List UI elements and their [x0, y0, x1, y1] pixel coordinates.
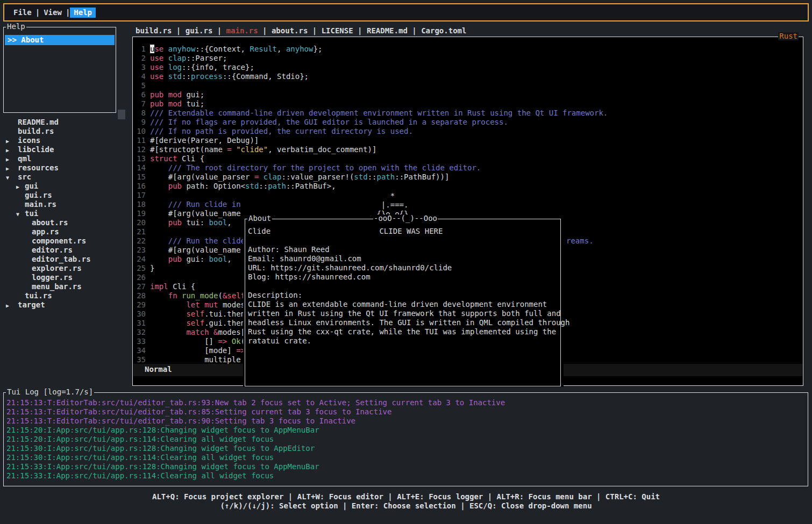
- chevron-right-icon[interactable]: ▶: [6, 155, 9, 164]
- code-line: 3use log::{info, trace};: [133, 63, 803, 72]
- chevron-right-icon[interactable]: ▶: [6, 164, 9, 173]
- line-number: 2: [135, 54, 146, 63]
- explorer-scrollbar-thumb[interactable]: [118, 110, 125, 119]
- about-dialog-title: About: [247, 214, 272, 222]
- tree-item-target[interactable]: ▶target: [0, 300, 129, 310]
- help-menu-item-about[interactable]: >> About: [5, 35, 115, 45]
- line-number: 9: [135, 118, 146, 127]
- code-line: 5: [133, 81, 803, 90]
- tree-item-gui-rs[interactable]: gui.rs: [0, 191, 129, 200]
- tree-item-label: editor.rs: [32, 246, 73, 255]
- tree-item-src[interactable]: ▼src: [0, 173, 129, 182]
- tree-item-build-rs[interactable]: build.rs: [0, 127, 129, 136]
- line-number: 30: [135, 310, 146, 319]
- tree-item-editor-rs[interactable]: editor.rs: [0, 246, 129, 255]
- tab-license[interactable]: LICENSE: [322, 26, 353, 35]
- log-entry: 21:15:20:I:App:src/tui/app.rs:128:Changi…: [6, 426, 802, 435]
- menu-file[interactable]: File: [10, 8, 35, 18]
- tab-separator: |: [308, 26, 321, 35]
- code-line: 10/// If no path is provided, the curren…: [133, 127, 803, 136]
- tree-item-qml[interactable]: ▶qml: [0, 154, 129, 163]
- tree-item-label: tui: [25, 209, 38, 218]
- tui-log-title: Tui Log [log=1.7/s]: [6, 388, 94, 396]
- tree-item-menu-bar-rs[interactable]: menu_bar.rs: [0, 282, 129, 291]
- tab-about-rs[interactable]: about.rs: [272, 26, 308, 35]
- menu-bar-items: File | View | Help: [10, 8, 96, 18]
- line-number: 18: [135, 200, 146, 209]
- hotkey-hints-line2: (↑/k)/(↓/j): Select option | Enter: Choo…: [0, 501, 812, 511]
- line-number: 21: [135, 227, 146, 236]
- tree-item-label: qml: [18, 154, 31, 163]
- tree-item-tui-rs[interactable]: tui.rs: [0, 291, 129, 300]
- menu-separator: |: [35, 8, 40, 17]
- line-number: 34: [135, 346, 146, 355]
- tree-item-editor-tab-rs[interactable]: editor_tab.rs: [0, 255, 129, 264]
- tree-item-logger-rs[interactable]: logger.rs: [0, 273, 129, 282]
- tree-item-tui[interactable]: ▼tui: [0, 209, 129, 218]
- code-line: 4use std::process::{Command, Stdio};: [133, 72, 803, 81]
- chevron-down-icon[interactable]: ▼: [6, 173, 9, 182]
- tree-item-app-rs[interactable]: app.rs: [0, 227, 129, 236]
- line-number: 23: [135, 246, 146, 255]
- tree-item-icons[interactable]: ▶icons: [0, 136, 129, 145]
- chevron-right-icon[interactable]: ▶: [16, 182, 19, 191]
- log-entry: 21:15:20:I:App:src/tui/app.rs:114:Cleari…: [6, 435, 802, 444]
- help-panel-title: Help: [6, 23, 26, 31]
- code-line: 2use clap::Parser;: [133, 54, 803, 63]
- about-text-line: Author: Shaun Reed: [248, 245, 558, 254]
- line-number: 26: [135, 273, 146, 282]
- tree-item-resources[interactable]: ▶resources: [0, 163, 129, 173]
- line-number: 3: [135, 63, 146, 72]
- tui-log-entries: 21:15:13:T:EditorTab:src/tui/editor_tab.…: [6, 398, 802, 480]
- chevron-right-icon[interactable]: ▶: [6, 137, 9, 146]
- tree-item-gui[interactable]: ▶gui: [0, 182, 129, 191]
- tab-gui-rs[interactable]: gui.rs: [186, 26, 213, 35]
- about-text-line: [248, 282, 558, 291]
- tree-item-about-rs[interactable]: about.rs: [0, 218, 129, 227]
- line-number: 10: [135, 127, 146, 136]
- tree-item-component-rs[interactable]: component.rs: [0, 236, 129, 246]
- help-dropdown-panel: Help >> About: [3, 27, 116, 113]
- tab-cargo-toml[interactable]: Cargo.toml: [421, 26, 466, 35]
- tree-item-libclide[interactable]: ▶libclide: [0, 145, 129, 154]
- line-number: 19: [135, 209, 146, 218]
- tree-item-label: gui.rs: [25, 191, 52, 200]
- ascii-border-art: -ooO--(_)--Ooo: [373, 214, 438, 222]
- app-window: File | View | Help Help >> About README.…: [0, 0, 812, 524]
- tab-build-rs[interactable]: build.rs: [136, 26, 172, 35]
- log-entry: 21:15:13:T:EditorTab:src/tui/editor_tab.…: [6, 407, 802, 417]
- tab-separator: |: [258, 26, 272, 35]
- tab-separator: |: [212, 26, 226, 35]
- tab-main-rs[interactable]: main.rs: [226, 26, 258, 35]
- line-number: 16: [135, 182, 146, 191]
- tab-separator: |: [172, 26, 185, 35]
- tree-item-label: app.rs: [32, 227, 59, 236]
- tab-separator: |: [353, 26, 367, 35]
- chevron-down-icon[interactable]: ▼: [16, 210, 19, 219]
- line-number: 28: [135, 291, 146, 300]
- hotkey-hints-line1: ALT+Q: Focus project explorer | ALT+W: F…: [0, 492, 812, 501]
- tree-item-label: editor_tab.rs: [32, 255, 91, 264]
- line-number: 22: [135, 236, 146, 246]
- line-number: 6: [135, 90, 146, 99]
- line-number: 12: [135, 145, 146, 154]
- chevron-right-icon[interactable]: ▶: [6, 146, 9, 155]
- about-text-line: [248, 236, 558, 245]
- code-line: 11#[derive(Parser, Debug)]: [133, 136, 803, 145]
- project-explorer[interactable]: README.mdbuild.rs▶icons▶libclide▶qml▶res…: [0, 118, 129, 386]
- tree-item-main-rs[interactable]: main.rs: [0, 200, 129, 209]
- menu-help[interactable]: Help: [70, 8, 96, 18]
- line-number: 32: [135, 328, 146, 337]
- line-number: 24: [135, 255, 146, 264]
- about-popup: * |.===. {}o o{} About -ooO--(_)--Ooo Cl…: [243, 191, 564, 387]
- tree-item-readme-md[interactable]: README.md: [0, 118, 129, 127]
- code-line: 14 /// The root directory for the projec…: [133, 163, 803, 173]
- about-text-line: ratatui crate.: [248, 336, 558, 346]
- tab-readme-md[interactable]: README.md: [367, 26, 408, 35]
- menu-view[interactable]: View: [40, 8, 66, 18]
- about-text-line: headless Linux environments. The GUI is …: [248, 318, 558, 327]
- chevron-right-icon[interactable]: ▶: [6, 301, 9, 310]
- log-entry: 21:15:30:I:App:src/tui/app.rs:114:Cleari…: [6, 453, 802, 462]
- code-line: 13struct Cli {: [133, 154, 803, 163]
- tree-item-explorer-rs[interactable]: explorer.rs: [0, 264, 129, 273]
